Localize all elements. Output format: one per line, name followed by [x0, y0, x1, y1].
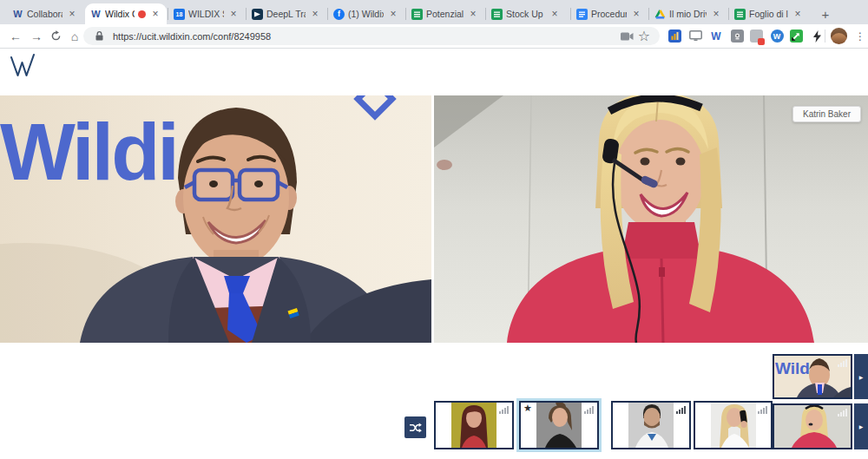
tab-label: DeepL Trans [266, 9, 306, 19]
webcam-extension-icon[interactable] [727, 24, 746, 48]
shuffle-button[interactable] [404, 416, 426, 438]
drive-favicon [654, 9, 666, 20]
profile-avatar[interactable] [831, 28, 847, 44]
screen-share-extension-icon[interactable] [686, 24, 705, 48]
video-feed-left: Wildi [0, 95, 431, 343]
signal-bars-icon [676, 406, 686, 414]
tab-strip: W Collaboratio × W Wildix C × 18 WILDIX … [0, 0, 868, 24]
deepl-favicon [252, 9, 263, 20]
close-icon[interactable]: × [792, 8, 804, 20]
tab-camera-icon[interactable] [618, 28, 635, 45]
wildix-extension-icon[interactable]: W [707, 24, 726, 48]
tab-sheet-foglio[interactable]: Foglio di lav × [729, 3, 809, 24]
mini-wall-text: Wild [775, 359, 810, 377]
new-tab-button[interactable]: + [816, 4, 835, 23]
facebook-favicon: f [333, 9, 345, 20]
recording-indicator-icon [138, 10, 146, 18]
forward-icon[interactable]: → [26, 24, 47, 48]
back-icon[interactable]: ← [5, 24, 26, 48]
video-right-scene [434, 95, 868, 343]
participant-thumb-3[interactable] [611, 401, 691, 449]
tab-label: WILDIX SRL [188, 9, 224, 19]
tab-wildix-conference[interactable]: W Wildix C × [85, 3, 167, 24]
home-icon[interactable]: ⌂ [64, 24, 85, 48]
participant-name-label: Katrin Baker [792, 106, 861, 122]
menu-kebab-icon[interactable]: ⋮ [852, 24, 868, 48]
analytics-extension-icon[interactable] [665, 24, 684, 48]
wildix-logo-icon [10, 51, 36, 79]
tab-label: Wildix C [105, 9, 135, 19]
tab-label: Foglio di lav [749, 9, 788, 19]
lightning-extension-icon[interactable] [807, 24, 826, 48]
close-icon[interactable]: × [710, 8, 722, 20]
tab-label: Il mio Drive [669, 9, 707, 19]
close-icon[interactable]: × [549, 8, 561, 20]
tab-drive[interactable]: Il mio Drive × [649, 3, 727, 24]
badge-18-favicon: 18 [174, 9, 185, 20]
participant-photo [451, 403, 496, 448]
expand-strip-bottom[interactable]: ▶ [854, 403, 868, 449]
close-icon[interactable]: × [227, 8, 240, 20]
participant-photo [536, 403, 582, 448]
bookmark-star-icon[interactable]: ☆ [635, 28, 653, 45]
wildix-favicon: W [90, 9, 102, 20]
signal-bars-icon [838, 409, 847, 416]
w-circle-extension-icon[interactable]: W [767, 24, 786, 48]
tab-facebook[interactable]: f (1) Wildix Te × [328, 3, 404, 24]
wildix-favicon: W [12, 9, 23, 20]
tab-label: Stock Up 20 [506, 9, 545, 19]
participant-thumb-4[interactable] [694, 401, 773, 449]
arrow-right-icon: ▶ [859, 374, 864, 380]
tab-label: Collaboratio [27, 9, 62, 19]
lock-icon [90, 28, 108, 45]
toolbar-divider [825, 30, 825, 43]
tab-sheet-stock[interactable]: Stock Up 20 × [486, 3, 566, 24]
signal-bars-icon [499, 406, 509, 414]
browser-toolbar: ← → ⌂ https://ucit.wildixin.com/conf/824… [0, 24, 868, 49]
tab-deepl[interactable]: DeepL Trans × [247, 3, 326, 24]
participant-thumb-1[interactable] [434, 401, 514, 449]
tab-label: Procedure N [591, 9, 627, 19]
close-icon[interactable]: × [387, 8, 399, 20]
favorite-star-icon: ★ [523, 403, 532, 414]
tab-label: Potenziali R [426, 9, 464, 19]
address-bar[interactable]: https://ucit.wildixin.com/conf/8249958 ☆ [83, 27, 660, 45]
tab-docs-procedure[interactable]: Procedure N × [571, 3, 648, 24]
video-feed-right: Katrin Baker [434, 95, 868, 343]
sheets-favicon [411, 9, 423, 20]
notification-extension-icon[interactable] [746, 24, 766, 48]
participant-photo [711, 403, 756, 448]
close-icon[interactable]: × [149, 8, 161, 20]
expand-strip-top[interactable]: ▶ [854, 354, 868, 399]
green-arrow-extension-icon[interactable] [786, 24, 806, 48]
tab-label: (1) Wildix Te [348, 9, 384, 19]
mini-video-thumb-right-speaker[interactable] [773, 403, 852, 449]
close-icon[interactable]: × [66, 8, 78, 20]
docs-favicon [576, 9, 588, 20]
browser-window: W Collaboratio × W Wildix C × 18 WILDIX … [0, 0, 868, 459]
reload-icon[interactable] [45, 24, 66, 48]
tab-sheet-potenziali[interactable]: Potenziali R × [406, 3, 484, 24]
shuffle-icon [409, 423, 422, 433]
signal-bars-icon [584, 406, 594, 414]
tab-wildix-srl[interactable]: 18 WILDIX SRL × [168, 3, 245, 24]
participant-thumb-2-selected[interactable]: ★ [519, 401, 599, 449]
close-icon[interactable]: × [309, 8, 321, 20]
wall-logo-text: Wildi [0, 108, 177, 196]
tab-collaboration[interactable]: W Collaboratio × [7, 3, 83, 24]
signal-bars-icon [838, 359, 847, 367]
close-icon[interactable]: × [630, 8, 642, 20]
close-icon[interactable]: × [467, 8, 479, 20]
sheets-favicon [734, 9, 746, 20]
red-badge [758, 38, 765, 45]
url-text[interactable]: https://ucit.wildixin.com/conf/8249958 [113, 31, 618, 42]
arrow-right-icon: ▶ [859, 423, 864, 429]
signal-bars-icon [758, 406, 767, 414]
video-left-scene: Wildi [0, 95, 431, 343]
participant-photo [628, 403, 674, 448]
sheets-favicon [491, 9, 503, 20]
mini-video-thumb-left-speaker[interactable]: Wild [773, 354, 852, 399]
